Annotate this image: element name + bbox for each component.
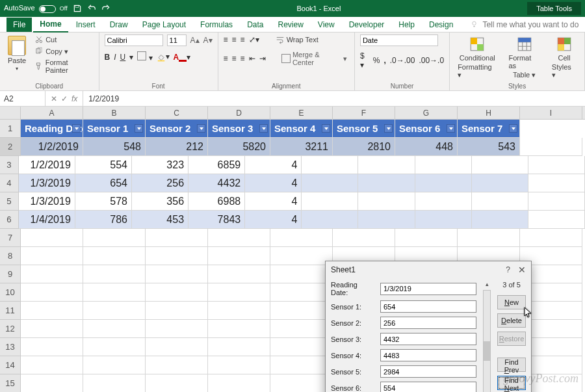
tab-view[interactable]: View [311,18,341,32]
table-header-4[interactable]: Sensor 4 [270,120,333,138]
cell[interactable] [458,229,520,247]
cell[interactable] [302,192,358,211]
cell[interactable] [358,156,415,174]
cell[interactable] [208,229,270,247]
name-box[interactable]: A2 [0,91,46,106]
underline-button[interactable]: U [120,53,126,62]
align-top-icon[interactable]: ≡ [224,35,228,44]
align-center-icon[interactable]: ≡ [232,54,237,63]
formula-input[interactable]: 1/2/2019 [83,94,585,103]
format-as-table-button[interactable]: Format asTable ▾ [506,34,542,81]
number-format-selector[interactable] [360,34,438,46]
cell[interactable] [208,247,270,265]
cell[interactable] [21,356,83,374]
restore-button[interactable]: Restore [497,332,526,346]
field-input-3[interactable] [380,333,476,345]
filter-dropdown-icon[interactable] [447,124,455,133]
format-painter-button[interactable]: Format Painter [32,58,93,75]
tab-review[interactable]: Review [271,18,309,32]
cell[interactable]: 1/3/2019 [19,174,75,192]
cell[interactable]: 4 [245,156,302,174]
cell[interactable] [472,211,528,229]
cell[interactable]: 578 [75,192,132,211]
save-icon[interactable] [73,4,82,13]
table-header-6[interactable]: Sensor 6 [395,120,458,138]
cell[interactable] [302,156,358,174]
filter-dropdown-icon[interactable] [509,124,517,133]
row-head-6[interactable]: 6 [0,211,19,229]
cell[interactable]: 4 [245,174,302,192]
tab-developer[interactable]: Developer [343,18,391,32]
conditional-formatting-button[interactable]: ConditionalFormatting ▾ [455,34,499,81]
cell[interactable]: 5820 [208,138,270,156]
field-input-2[interactable] [380,317,476,329]
row-head-1[interactable]: 1 [0,120,21,138]
filter-dropdown-icon[interactable] [322,124,330,133]
decrease-indent-icon[interactable]: ⇤ [249,54,255,63]
dialog-close-icon[interactable]: ✕ [518,265,526,275]
row-head-9[interactable]: 9 [0,265,21,283]
cell[interactable] [270,302,333,320]
col-head-D[interactable]: D [208,107,270,119]
cell[interactable]: 256 [132,174,188,192]
filter-dropdown-icon[interactable] [197,124,205,133]
cell[interactable] [208,338,270,356]
cell[interactable] [395,229,458,247]
row-head-11[interactable]: 11 [0,302,21,320]
cell[interactable]: 4 [245,211,302,229]
cell[interactable] [208,374,270,392]
decrease-font-icon[interactable]: A▾ [203,36,213,45]
cell[interactable]: 1/2/2019 [21,138,83,156]
cell[interactable] [472,174,528,192]
align-left-icon[interactable]: ≡ [224,54,228,63]
cell[interactable]: 448 [395,138,458,156]
border-button[interactable]: ▾ [137,51,152,62]
tab-draw[interactable]: Draw [103,18,135,32]
cell[interactable] [83,265,146,283]
cell-styles-button[interactable]: CellStyles ▾ [549,34,579,81]
cell[interactable]: 6859 [188,156,245,174]
row-head-7[interactable]: 7 [0,229,21,247]
cell[interactable] [358,211,415,229]
tab-insert[interactable]: Insert [70,18,102,32]
table-header-5[interactable]: Sensor 5 [333,120,395,138]
cell[interactable]: 2810 [333,138,395,156]
field-input-1[interactable] [380,300,476,313]
row-head-3[interactable]: 3 [0,156,19,174]
cell[interactable] [146,374,208,392]
font-color-button[interactable]: A▾ [174,53,191,62]
copy-button[interactable]: Copy ▾ [32,46,93,57]
tab-page-layout[interactable]: Page Layout [136,18,192,32]
cell[interactable] [302,174,358,192]
cell[interactable]: 543 [458,138,520,156]
cell[interactable] [146,338,208,356]
fx-icon[interactable]: fx [72,94,77,103]
autosave-toggle[interactable]: AutoSave Off [4,4,68,12]
cell[interactable] [146,283,208,302]
cell[interactable]: 1/3/2019 [19,192,75,211]
cell[interactable] [302,211,358,229]
comma-format-button[interactable]: , [384,56,385,65]
tab-formulas[interactable]: Formulas [194,18,239,32]
tab-home[interactable]: Home [33,17,68,33]
undo-icon[interactable] [87,4,96,13]
col-head-G[interactable]: G [395,107,458,119]
select-all-corner[interactable] [0,107,21,119]
tab-data[interactable]: Data [240,18,270,32]
cell[interactable] [270,229,333,247]
row-head-15[interactable]: 15 [0,374,21,392]
cell[interactable] [21,302,83,320]
fill-color-button[interactable]: ▾ [157,52,170,62]
col-head-I[interactable]: I [520,107,582,119]
align-right-icon[interactable]: ≡ [240,54,245,63]
dialog-scrollbar[interactable]: ▴ ▾ [483,281,491,392]
cell[interactable] [83,247,146,265]
row-head-13[interactable]: 13 [0,338,21,356]
cell[interactable] [472,192,528,211]
cell[interactable]: 554 [75,156,132,174]
redo-icon[interactable] [101,4,110,13]
cell[interactable] [208,356,270,374]
cell[interactable] [146,265,208,283]
row-head-4[interactable]: 4 [0,174,19,192]
cell[interactable] [208,265,270,283]
